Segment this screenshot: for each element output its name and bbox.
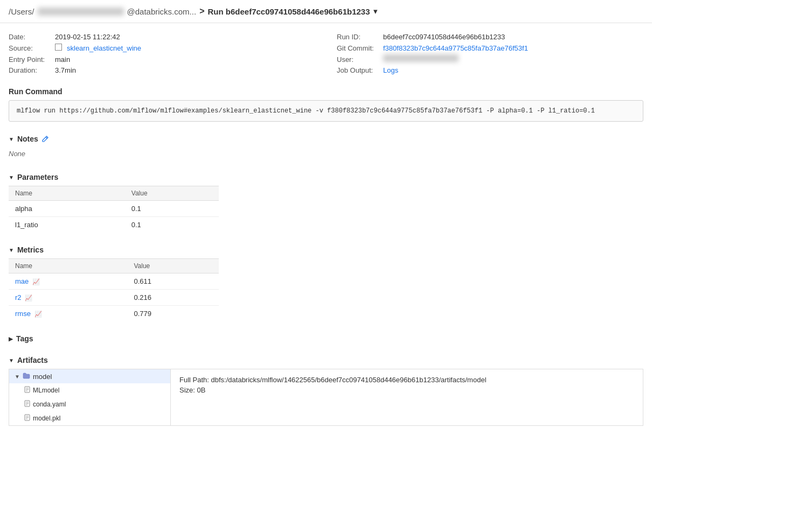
artifacts-section: ▼ Artifacts ▼ model xyxy=(0,349,652,426)
meta-runid-row: Run ID: b6deef7cc09741058d446e96b61b1233 xyxy=(337,32,643,43)
artifact-size-row: Size: 0B xyxy=(179,386,634,394)
param-row: alpha0.1 xyxy=(9,201,219,217)
metrics-collapse-arrow[interactable]: ▼ xyxy=(9,247,14,253)
breadcrumb-bar: /Users/ @databricks.com... > Run b6deef7… xyxy=(0,0,652,23)
file-icon-mlmodel xyxy=(24,386,30,395)
metric-chart-icon[interactable]: 📈 xyxy=(25,294,32,301)
duration-value: 3.7min xyxy=(55,65,76,76)
run-command-heading: Run Command xyxy=(9,87,63,96)
metric-chart-icon[interactable]: 📈 xyxy=(34,311,42,317)
date-label: Date: xyxy=(9,32,52,43)
meta-user-row: User: xyxy=(337,54,643,66)
file-icon-condayaml xyxy=(24,400,30,409)
modelpkl-label: model.pkl xyxy=(33,415,60,422)
metadata-left: Date: 2019-02-15 11:22:42 Source: sklear… xyxy=(9,32,315,76)
entry-point-value: main xyxy=(55,54,70,66)
meta-joboutput-row: Job Output: Logs xyxy=(337,65,643,76)
param-name: l1_ratio xyxy=(9,217,125,233)
parameters-table: Name Value alpha0.1l1_ratio0.1 xyxy=(9,186,219,233)
job-output-label: Job Output: xyxy=(337,65,380,76)
run-id-value: b6deef7cc09741058d446e96b61b1233 xyxy=(383,32,505,43)
param-name-col-header: Name xyxy=(9,186,125,201)
artifacts-heading: Artifacts xyxy=(17,356,48,364)
duration-label: Duration: xyxy=(9,65,52,76)
metric-value: 0.216 xyxy=(127,290,219,306)
artifacts-content: ▼ model xyxy=(9,369,643,426)
meta-gitcommit-row: Git Commit: f380f8323b7c9c644a9775c85fa7… xyxy=(337,43,643,54)
run-command-title: Run Command xyxy=(9,87,643,96)
artifacts-tree-modelpkl[interactable]: model.pkl xyxy=(9,411,170,425)
metric-row: r2 📈 0.216 xyxy=(9,290,219,306)
source-label: Source: xyxy=(9,43,52,54)
user-value xyxy=(383,54,459,62)
notes-title-row: ▼ Notes xyxy=(9,135,643,143)
metric-name-link[interactable]: rmse xyxy=(15,310,31,318)
param-value-col-header: Value xyxy=(125,186,219,201)
run-command-box: mlflow run https://github.com/mlflow/mlf… xyxy=(9,100,643,122)
metric-value: 0.779 xyxy=(127,306,219,322)
mlmodel-label: MLmodel xyxy=(33,387,59,394)
metrics-title-row: ▼ Metrics xyxy=(9,246,643,254)
git-commit-link[interactable]: f380f8323b7c9c644a9775c85fa7b37ae76f53f1 xyxy=(383,43,528,54)
metric-chart-icon[interactable]: 📈 xyxy=(32,278,40,285)
full-path-value: dbfs:/databricks/mlflow/14622565/b6deef7… xyxy=(211,376,487,384)
metadata-section: Date: 2019-02-15 11:22:42 Source: sklear… xyxy=(0,23,652,81)
artifacts-tree: ▼ model xyxy=(9,369,171,425)
breadcrumb-user xyxy=(38,8,124,16)
folder-icon xyxy=(23,372,30,381)
artifacts-tree-mlmodel[interactable]: MLmodel xyxy=(9,383,170,397)
metric-row: mae 📈 0.611 xyxy=(9,273,219,290)
metric-value: 0.611 xyxy=(127,273,219,290)
metric-name: r2 📈 xyxy=(9,290,127,306)
metric-name-col-header: Name xyxy=(9,259,127,273)
artifacts-tree-model-folder[interactable]: ▼ model xyxy=(9,369,170,383)
source-link[interactable]: sklearn_elasticnet_wine xyxy=(67,43,141,54)
folder-expand-icon: ▼ xyxy=(15,374,20,380)
metric-value-col-header: Value xyxy=(127,259,219,273)
notes-edit-icon[interactable] xyxy=(41,135,49,143)
notes-collapse-arrow[interactable]: ▼ xyxy=(9,136,14,142)
metrics-header-row: Name Value xyxy=(9,259,219,273)
metrics-section: ▼ Metrics Name Value mae 📈 0.611 r2 📈 0.… xyxy=(0,239,652,328)
size-value: 0B xyxy=(197,386,206,394)
metric-name: mae 📈 xyxy=(9,273,127,290)
logs-link[interactable]: Logs xyxy=(383,65,398,76)
param-value: 0.1 xyxy=(125,201,219,217)
artifacts-tree-condayaml[interactable]: conda.yaml xyxy=(9,397,170,411)
tags-section[interactable]: ▶ Tags xyxy=(0,328,652,349)
date-value: 2019-02-15 11:22:42 xyxy=(55,32,120,43)
entry-point-label: Entry Point: xyxy=(9,54,52,66)
parameters-heading: Parameters xyxy=(17,173,58,181)
notes-section: ▼ Notes None xyxy=(0,128,652,166)
git-commit-label: Git Commit: xyxy=(337,43,380,54)
tags-heading: Tags xyxy=(16,334,33,343)
parameters-title-row: ▼ Parameters xyxy=(9,173,643,181)
meta-source-row: Source: sklearn_elasticnet_wine xyxy=(9,43,315,54)
file-icon-modelpkl xyxy=(24,414,30,423)
metric-row: rmse 📈 0.779 xyxy=(9,306,219,322)
page-wrapper: /Users/ @databricks.com... > Run b6deef7… xyxy=(0,0,652,426)
full-path-label: Full Path: xyxy=(179,376,209,384)
parameters-section: ▼ Parameters Name Value alpha0.1l1_ratio… xyxy=(0,166,652,239)
notes-heading: Notes xyxy=(17,135,38,143)
meta-duration-row: Duration: 3.7min xyxy=(9,65,315,76)
param-row: l1_ratio0.1 xyxy=(9,217,219,233)
artifacts-collapse-arrow[interactable]: ▼ xyxy=(9,357,14,363)
parameters-collapse-arrow[interactable]: ▼ xyxy=(9,174,14,180)
breadcrumb-separator: > xyxy=(199,6,204,16)
tags-collapse-arrow[interactable]: ▶ xyxy=(9,336,13,342)
notes-value: None xyxy=(9,148,643,160)
artifacts-title-row: ▼ Artifacts xyxy=(9,356,643,364)
size-label: Size: xyxy=(179,386,195,394)
metric-name-link[interactable]: r2 xyxy=(15,293,22,301)
param-value: 0.1 xyxy=(125,217,219,233)
run-id-label: Run ID: xyxy=(337,32,380,43)
metric-name: rmse 📈 xyxy=(9,306,127,322)
breadcrumb-domain: @databricks.com... xyxy=(127,7,197,16)
parameters-header-row: Name Value xyxy=(9,186,219,201)
param-name: alpha xyxy=(9,201,125,217)
metric-name-link[interactable]: mae xyxy=(15,277,29,285)
breadcrumb-prefix: /Users/ xyxy=(9,7,34,16)
run-command-section: Run Command mlflow run https://github.co… xyxy=(0,81,652,128)
breadcrumb-dropdown-icon[interactable]: ▾ xyxy=(373,6,378,16)
